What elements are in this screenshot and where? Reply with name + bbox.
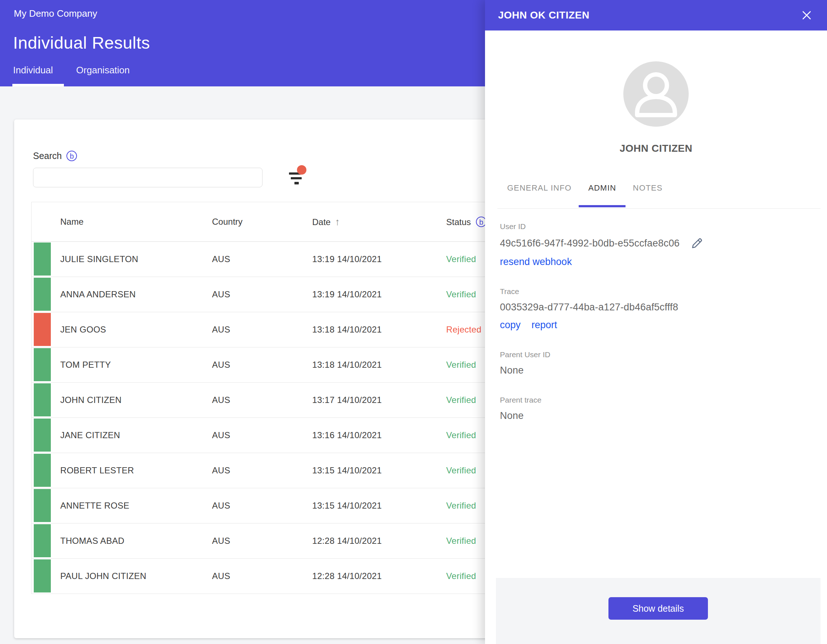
field-label: Trace [500, 287, 813, 296]
cell-name: JEN GOOS [60, 324, 106, 335]
page-title: Individual Results [13, 33, 150, 53]
field-user-id: User ID 49c516f6-947f-4992-b0db-e55ccfae… [500, 222, 813, 268]
panel-header: JOHN OK CITIZEN [485, 0, 827, 31]
tab-admin[interactable]: ADMIN [588, 183, 616, 207]
cell-date: 12:28 14/10/2021 [312, 536, 382, 546]
cell-country: AUS [212, 395, 230, 405]
filter-icon [295, 182, 299, 184]
avatar [623, 61, 689, 127]
company-name: My Demo Company [14, 8, 97, 19]
parent-user-id-value: None [500, 365, 813, 376]
cell-date: 12:28 14/10/2021 [312, 571, 382, 581]
cell-name: ROBERT LESTER [60, 465, 134, 476]
row-status-indicator [34, 278, 51, 311]
edit-icon[interactable] [691, 237, 704, 250]
cell-country: AUS [212, 254, 230, 264]
cell-status: Verified [446, 430, 476, 440]
cell-name: JANE CITIZEN [60, 430, 120, 440]
tab-organisation[interactable]: Organisation [76, 65, 130, 86]
cell-date: 13:17 14/10/2021 [312, 395, 382, 405]
cell-name: JULIE SINGLETON [60, 254, 138, 264]
search-head: Search b [33, 151, 77, 161]
field-label: Parent User ID [500, 350, 813, 359]
cell-status: Verified [446, 571, 476, 581]
cell-country: AUS [212, 536, 230, 546]
cell-status: Rejected [446, 324, 481, 335]
cell-name: THOMAS ABAD [60, 536, 125, 546]
row-status-indicator [34, 419, 51, 452]
user-id-value: 49c516f6-947f-4992-b0db-e55ccfae8c06 [500, 238, 680, 249]
cell-status: Verified [446, 501, 476, 511]
tab-general-info[interactable]: GENERAL INFO [507, 183, 571, 207]
info-b-icon[interactable]: b [66, 151, 77, 161]
cell-country: AUS [212, 289, 230, 299]
cell-country: AUS [212, 571, 230, 581]
person-name: JOHN CITIZEN [485, 143, 827, 154]
row-status-indicator [34, 524, 51, 557]
page: My Demo Company Individual Results Indiv… [0, 0, 827, 644]
copy-link[interactable]: copy [500, 320, 521, 331]
notification-dot [297, 165, 306, 175]
filter-button[interactable] [287, 166, 320, 189]
cell-date: 13:15 14/10/2021 [312, 501, 382, 511]
user-id-links: resend webhook [500, 256, 813, 268]
cell-country: AUS [212, 360, 230, 370]
filter-icon [291, 177, 302, 179]
parent-trace-value: None [500, 410, 813, 421]
person-icon [623, 61, 689, 127]
cell-name: TOM PETTY [60, 360, 111, 370]
show-details-button[interactable]: Show details [609, 597, 708, 620]
panel-title: JOHN OK CITIZEN [498, 9, 590, 21]
cell-name: ANNA ANDERSEN [60, 289, 136, 299]
cell-date: 13:19 14/10/2021 [312, 289, 382, 299]
column-header-date-label: Date [312, 217, 331, 227]
cell-status: Verified [446, 360, 476, 370]
row-status-indicator [34, 313, 51, 346]
cell-status: Verified [446, 465, 476, 476]
field-label: Parent trace [500, 396, 813, 404]
field-parent-trace: Parent trace None [500, 396, 813, 421]
trace-value: 0035329a-d777-44ba-a127-db46af5cfff8 [500, 302, 813, 313]
row-status-indicator [34, 384, 51, 416]
resend-webhook-link[interactable]: resend webhook [500, 256, 572, 268]
row-status-indicator [34, 348, 51, 381]
cell-date: 13:18 14/10/2021 [312, 324, 382, 335]
cell-country: AUS [212, 501, 230, 511]
cell-status: Verified [446, 395, 476, 405]
cell-country: AUS [212, 324, 230, 335]
tab-notes[interactable]: NOTES [633, 183, 663, 207]
header-tabs: Individual Organisation [13, 65, 130, 86]
panel-fields: User ID 49c516f6-947f-4992-b0db-e55ccfae… [500, 222, 813, 441]
tabs-divider [497, 208, 821, 209]
cell-country: AUS [212, 465, 230, 476]
close-icon[interactable] [800, 9, 813, 22]
tab-individual[interactable]: Individual [13, 65, 53, 86]
cell-date: 13:16 14/10/2021 [312, 430, 382, 440]
cell-name: JOHN CITIZEN [60, 395, 122, 405]
cell-date: 13:15 14/10/2021 [312, 465, 382, 476]
sort-ascending-icon: ↑ [335, 216, 340, 228]
row-status-indicator [34, 560, 51, 593]
column-header-date[interactable]: Date ↑ [312, 216, 340, 228]
row-status-indicator [34, 454, 51, 487]
search-input[interactable] [33, 168, 262, 187]
column-header-name: Name [60, 217, 84, 227]
report-link[interactable]: report [532, 320, 557, 331]
search-label: Search [33, 151, 62, 161]
trace-links: copy report [500, 320, 813, 331]
column-header-country: Country [212, 217, 242, 227]
cell-date: 13:18 14/10/2021 [312, 360, 382, 370]
cell-status: Verified [446, 536, 476, 546]
cell-name: ANNETTE ROSE [60, 501, 129, 511]
cell-status: Verified [446, 254, 476, 264]
column-header-status: Status b [446, 217, 487, 227]
field-parent-user-id: Parent User ID None [500, 350, 813, 376]
user-id-row: 49c516f6-947f-4992-b0db-e55ccfae8c06 [500, 237, 813, 250]
field-trace: Trace 0035329a-d777-44ba-a127-db46af5cff… [500, 287, 813, 331]
cell-country: AUS [212, 430, 230, 440]
column-header-status-label: Status [446, 217, 471, 227]
row-status-indicator [34, 489, 51, 522]
cell-status: Verified [446, 289, 476, 299]
cell-name: PAUL JOHN CITIZEN [60, 571, 146, 581]
row-status-indicator [34, 243, 51, 276]
